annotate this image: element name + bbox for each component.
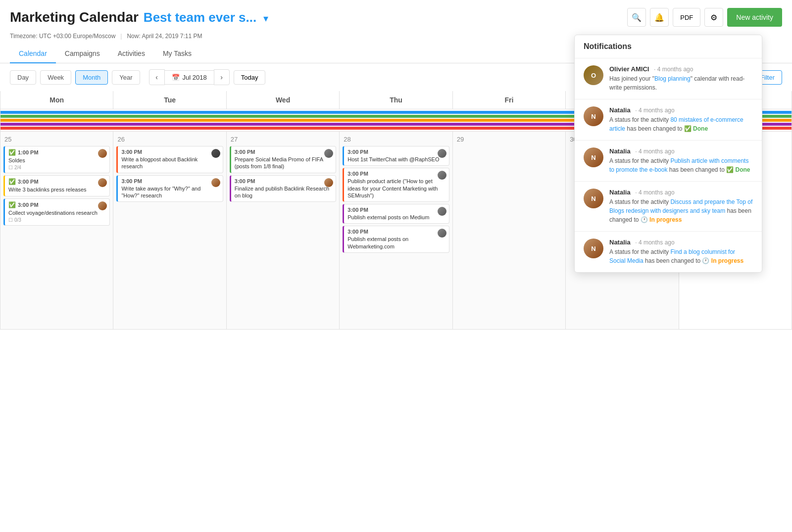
col-header-mon: Mon <box>0 91 113 109</box>
calendar-icon: 📅 <box>172 74 180 81</box>
notif-user-name: Natalia <box>609 147 631 155</box>
event-time: 3:00 PM <box>121 149 219 155</box>
event-backlinks[interactable]: ✅ 3:00 PM Write 3 backlinks press releas… <box>3 175 110 196</box>
header: Marketing Calendar Best team ever s... ▾… <box>0 0 792 31</box>
notif-content-4: Natalia · 4 months ago A status for the … <box>609 189 753 224</box>
day-cell-26: 26 3:00 PM Write a blogpost about Backli… <box>113 132 226 330</box>
avatar <box>98 201 107 210</box>
status-in-progress: 🕐 In progress <box>641 215 682 224</box>
event-voyage[interactable]: ✅ 3:00 PM Collect voyage/destinations re… <box>3 198 110 226</box>
notif-link-top-blogs[interactable]: Discuss and prepare the Top of Blogs red… <box>609 198 752 214</box>
date-display: 📅 Jul 2018 <box>165 70 214 85</box>
new-activity-button[interactable]: New activity <box>727 8 782 27</box>
status-in-progress: 🕐 In progress <box>702 256 743 265</box>
event-meta: ☐ 0/3 <box>8 217 106 223</box>
col-header-thu: Thu <box>340 91 452 109</box>
event-social-promo[interactable]: 3:00 PM Prepare Soical Media Promo of FI… <box>230 146 336 173</box>
day-num-29: 29 <box>456 135 562 144</box>
notif-avatar-olivier: O <box>584 65 603 85</box>
status-done: ✅ Done <box>726 165 750 174</box>
col-header-fri: Fri <box>453 91 566 109</box>
search-button[interactable]: 🔍 <box>627 8 646 27</box>
event-twitter-chat[interactable]: 3:00 PM Host 1st TwitterChat with @RaphS… <box>343 146 449 166</box>
day-num-25: 25 <box>3 135 110 144</box>
view-week-button[interactable]: Week <box>40 70 71 85</box>
event-title: Collect voyage/destinations research <box>8 209 106 216</box>
notification-button[interactable]: 🔔 <box>650 8 669 27</box>
notif-text: A status for the activity Publish articl… <box>609 156 753 174</box>
event-time: 3:00 PM <box>347 207 445 213</box>
event-write-takeaways[interactable]: 3:00 PM Write take aways for "Why?" and … <box>116 175 223 202</box>
avatar <box>438 171 446 180</box>
team-dropdown-icon[interactable]: ▾ <box>263 12 268 24</box>
notif-user-name: Natalia <box>609 239 631 246</box>
avatar <box>324 178 333 187</box>
notif-content-1: Olivier AMICI · 4 months ago Has joined … <box>609 65 753 92</box>
event-title: Soldes <box>8 157 106 164</box>
check-icon: ✅ <box>8 149 16 156</box>
notification-item-2: N Natalia · 4 months ago A status for th… <box>575 99 762 141</box>
view-day-button[interactable]: Day <box>10 70 36 85</box>
notification-item-1: O Olivier AMICI · 4 months ago Has joine… <box>575 58 762 99</box>
notification-item-5: N Natalia · 4 months ago A status for th… <box>575 232 762 272</box>
notifications-panel: Notifications O Olivier AMICI · 4 months… <box>574 35 762 273</box>
notif-link-ecommerce[interactable]: 80 mistakes of e-commerce article <box>609 116 743 132</box>
tab-activities[interactable]: Activities <box>109 45 154 63</box>
event-title: Prepare Soical Media Promo of FIFA (post… <box>235 156 332 170</box>
settings-button[interactable]: ⚙ <box>704 8 723 27</box>
notif-time: · 4 months ago <box>635 148 674 155</box>
notif-content-5: Natalia · 4 months ago A status for the … <box>609 239 753 265</box>
notif-link-blog-planning[interactable]: Blog planning <box>654 75 691 82</box>
notif-user-name: Natalia <box>609 106 631 114</box>
notif-avatar-natalia-5: N <box>584 239 603 258</box>
event-title: Publish external posts on Webmarketing.c… <box>347 236 445 250</box>
notif-time: · 4 months ago <box>635 239 674 246</box>
event-title: Host 1st TwitterChat with @RaphSEO <box>347 156 445 163</box>
today-button[interactable]: Today <box>234 70 266 85</box>
event-publish-webmarketing[interactable]: 3:00 PM Publish external posts on Webmar… <box>343 226 449 253</box>
checkbox-icon: ☐ <box>8 165 13 170</box>
check-icon: ✅ <box>8 201 16 208</box>
next-button[interactable]: › <box>214 69 230 85</box>
col-header-tue: Tue <box>113 91 226 109</box>
notif-text: A status for the activity Find a blog co… <box>609 247 753 265</box>
event-time: ✅ 1:00 PM <box>8 149 106 156</box>
event-publish-product[interactable]: 3:00 PM Publish product article ("How to… <box>343 168 449 202</box>
avatar <box>211 178 220 187</box>
notif-content-3: Natalia · 4 months ago A status for the … <box>609 147 753 174</box>
event-backlink-research[interactable]: 3:00 PM Finalize and publish Backlink Re… <box>230 175 336 202</box>
avatar <box>211 149 220 158</box>
tab-calendar[interactable]: Calendar <box>10 45 56 63</box>
check-icon: ✅ <box>8 178 16 185</box>
header-right: 🔍 🔔 PDF ⚙ New activity <box>627 8 782 27</box>
view-year-button[interactable]: Year <box>112 70 140 85</box>
event-time: 3:00 PM <box>235 149 332 155</box>
event-soldes[interactable]: ✅ 1:00 PM Soldes ☐ 2/4 <box>3 146 110 173</box>
tab-campaigns[interactable]: Campaigns <box>56 45 109 63</box>
event-title: Write 3 backlinks press releases <box>8 186 106 193</box>
event-time: 3:00 PM <box>347 229 445 235</box>
day-cell-27: 27 3:00 PM Prepare Soical Media Promo of… <box>227 132 340 330</box>
day-cell-25: 25 ✅ 1:00 PM Soldes ☐ 2/4 ✅ 3:00 PM <box>0 132 113 330</box>
notif-time: · 4 months ago <box>635 189 674 196</box>
view-month-button[interactable]: Month <box>75 70 108 85</box>
event-publish-medium[interactable]: 3:00 PM Publish external posts on Medium <box>343 204 449 224</box>
day-cell-29: 29 <box>453 132 566 330</box>
prev-button[interactable]: ‹ <box>149 69 165 85</box>
pdf-button[interactable]: PDF <box>673 8 700 27</box>
event-meta: ☐ 2/4 <box>8 165 106 170</box>
app-title: Marketing Calendar <box>10 9 139 25</box>
notif-avatar-natalia-2: N <box>584 106 603 126</box>
status-done: ✅ Done <box>684 124 708 133</box>
event-blogpost-backlink[interactable]: 3:00 PM Write a blogpost about Backlink … <box>116 146 223 173</box>
current-month: Jul 2018 <box>183 74 207 81</box>
day-cell-28: 28 3:00 PM Host 1st TwitterChat with @Ra… <box>340 132 452 330</box>
event-title: Finalize and publish Backlink Research o… <box>235 185 332 199</box>
day-num-27: 27 <box>230 135 336 144</box>
separator: | <box>120 33 122 40</box>
tab-my-tasks[interactable]: My Tasks <box>154 45 200 63</box>
timezone-text: Timezone: UTC +03:00 Europe/Moscow <box>10 33 115 40</box>
col-header-wed: Wed <box>227 91 340 109</box>
avatar <box>438 207 446 216</box>
event-time: 3:00 PM <box>347 149 445 155</box>
